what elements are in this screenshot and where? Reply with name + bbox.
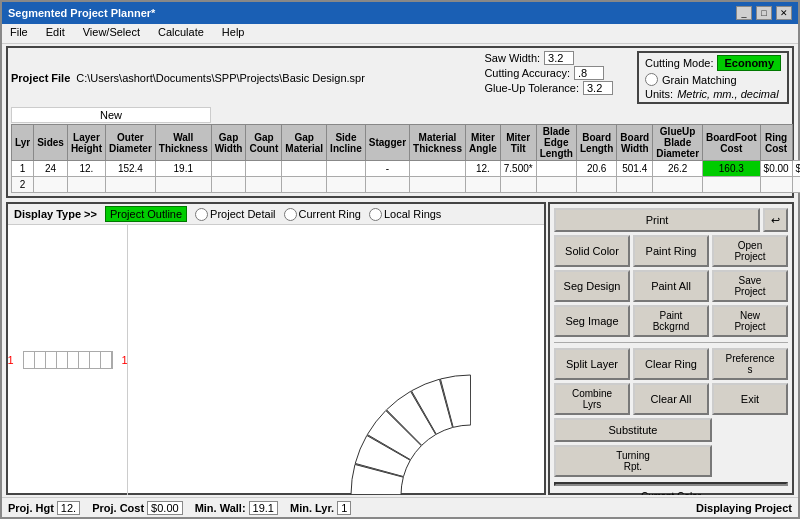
cell-boardfoot-cost-1[interactable]: $0.00 <box>760 161 792 177</box>
col-layer-height: LayerHeight <box>67 125 105 161</box>
cell-ring-cost-2[interactable] <box>792 177 800 193</box>
cell-sides-1[interactable]: 24 <box>34 161 68 177</box>
cell-board-width-1[interactable]: 26.2 <box>653 161 703 177</box>
undo-button[interactable]: ↩ <box>763 208 788 232</box>
cell-wall-thickness-1[interactable]: 19.1 <box>155 161 211 177</box>
cell-ring-cost-1[interactable]: $0.00 <box>792 161 800 177</box>
cell-board-length-1[interactable]: 20.6 <box>576 161 616 177</box>
cell-stagger-1[interactable]: - <box>365 161 409 177</box>
maximize-button[interactable]: □ <box>756 6 772 20</box>
side-segment-4 <box>57 352 68 368</box>
cell-miter-angle-1[interactable]: 12. <box>465 161 500 177</box>
btn-row-1: Solid Color Paint Ring Open Project <box>554 235 788 267</box>
menu-view-select[interactable]: View/Select <box>79 26 144 41</box>
cell-blade-edge-1[interactable] <box>536 161 576 177</box>
solid-color-button[interactable]: Solid Color <box>554 235 630 267</box>
cell-board-length2-1[interactable]: 501.4 <box>617 161 653 177</box>
col-material-thickness: MaterialThickness <box>410 125 466 161</box>
display-option-project-detail[interactable]: Project Detail <box>195 208 275 221</box>
cell-layer-height-1[interactable]: 12. <box>67 161 105 177</box>
open-project-button[interactable]: Open Project <box>712 235 788 267</box>
display-option-project-outline[interactable]: Project Outline <box>105 206 187 222</box>
cell-glueup-diameter-1[interactable]: 160.3 <box>703 161 761 177</box>
display-option-local-rings[interactable]: Local Rings <box>369 208 441 221</box>
cell-miter-tilt-2[interactable] <box>500 177 536 193</box>
cell-material-thickness-1[interactable] <box>410 161 466 177</box>
cutting-mode-box: Cutting Mode: Economy Grain Matching Uni… <box>637 51 789 104</box>
cell-board-length2-2[interactable] <box>617 177 653 193</box>
cell-layer-height-2[interactable] <box>67 177 105 193</box>
combine-lyrs-button[interactable]: Combine Lyrs <box>554 383 630 415</box>
menu-file[interactable]: File <box>6 26 32 41</box>
cell-outer-diameter-2[interactable] <box>106 177 156 193</box>
paint-bckgrnd-button[interactable]: Paint Bckgrnd <box>633 305 709 337</box>
clear-all-button[interactable]: Clear All <box>633 383 709 415</box>
saw-width-value[interactable]: 3.2 <box>544 51 574 65</box>
exit-button[interactable]: Exit <box>712 383 788 415</box>
new-project-button[interactable]: New Project <box>712 305 788 337</box>
side-segment-2 <box>35 352 46 368</box>
economy-badge[interactable]: Economy <box>717 55 781 71</box>
btn-row-4: Split Layer Clear Ring Preference s <box>554 348 788 380</box>
project-file-label: Project File <box>11 72 70 84</box>
cell-boardfoot-cost-2[interactable] <box>760 177 792 193</box>
close-button[interactable]: ✕ <box>776 6 792 20</box>
left-panel: Display Type >> Project Outline Project … <box>6 202 546 495</box>
paint-ring-button[interactable]: Paint Ring <box>633 235 709 267</box>
display-option-current-ring[interactable]: Current Ring <box>284 208 361 221</box>
col-board-width: BoardWidth <box>617 125 653 161</box>
cell-gap-material-1[interactable] <box>282 161 327 177</box>
menu-calculate[interactable]: Calculate <box>154 26 208 41</box>
cell-gap-material-2[interactable] <box>282 177 327 193</box>
minimize-button[interactable]: _ <box>736 6 752 20</box>
cell-miter-angle-2[interactable] <box>465 177 500 193</box>
cell-board-width-2[interactable] <box>653 177 703 193</box>
seg-image-button[interactable]: Seg Image <box>554 305 630 337</box>
col-gap-width: GapWidth <box>211 125 246 161</box>
turning-rpt-button[interactable]: Turning Rpt. <box>554 445 712 477</box>
cell-lyr-2[interactable]: 2 <box>12 177 34 193</box>
split-layer-button[interactable]: Split Layer <box>554 348 630 380</box>
col-wall-thickness: WallThickness <box>155 125 211 161</box>
cell-wall-thickness-2[interactable] <box>155 177 211 193</box>
btn-row-3: Seg Image Paint Bckgrnd New Project <box>554 305 788 337</box>
cell-outer-diameter-1[interactable]: 152.4 <box>106 161 156 177</box>
print-button[interactable]: Print <box>554 208 760 232</box>
table-row: 1 24 12. 152.4 19.1 - 12. 7.500* 20.6 50… <box>12 161 801 177</box>
save-project-button[interactable]: Save Project <box>712 270 788 302</box>
cell-stagger-2[interactable] <box>365 177 409 193</box>
side-view: 1 1 <box>8 225 128 495</box>
title-bar: Segmented Project Planner* _ □ ✕ <box>2 2 798 24</box>
cell-lyr-1[interactable]: 1 <box>12 161 34 177</box>
table-row: 2 <box>12 177 801 193</box>
glue-up-tolerance-value[interactable]: 3.2 <box>583 81 613 95</box>
cell-gap-width-1[interactable] <box>211 161 246 177</box>
seg-design-button[interactable]: Seg Design <box>554 270 630 302</box>
cell-board-length-2[interactable] <box>576 177 616 193</box>
cell-material-thickness-2[interactable] <box>410 177 466 193</box>
substitute-button[interactable]: Substitute <box>554 418 712 442</box>
side-bar-label-right: 1 <box>121 354 127 366</box>
cell-glueup-diameter-2[interactable] <box>703 177 761 193</box>
cell-sides-2[interactable] <box>34 177 68 193</box>
separator-1 <box>554 342 788 343</box>
menu-help[interactable]: Help <box>218 26 249 41</box>
grain-matching-radio[interactable] <box>645 73 658 86</box>
cell-side-incline-1[interactable] <box>327 161 366 177</box>
menu-edit[interactable]: Edit <box>42 26 69 41</box>
col-lyr: Lyr <box>12 125 34 161</box>
cell-gap-width-2[interactable] <box>211 177 246 193</box>
btn-row-2: Seg Design Paint All Save Project <box>554 270 788 302</box>
clear-ring-button[interactable]: Clear Ring <box>633 348 709 380</box>
cell-blade-edge-2[interactable] <box>536 177 576 193</box>
cell-miter-tilt-1[interactable]: 7.500* <box>500 161 536 177</box>
cutting-accuracy-value[interactable]: .8 <box>574 66 604 80</box>
min-wall-value: 19.1 <box>249 501 278 515</box>
side-segment-3 <box>46 352 57 368</box>
cell-side-incline-2[interactable] <box>327 177 366 193</box>
grain-matching-label: Grain Matching <box>662 74 737 86</box>
paint-all-button[interactable]: Paint All <box>633 270 709 302</box>
preferences-button[interactable]: Preference s <box>712 348 788 380</box>
cell-gap-count-2[interactable] <box>246 177 282 193</box>
cell-gap-count-1[interactable] <box>246 161 282 177</box>
